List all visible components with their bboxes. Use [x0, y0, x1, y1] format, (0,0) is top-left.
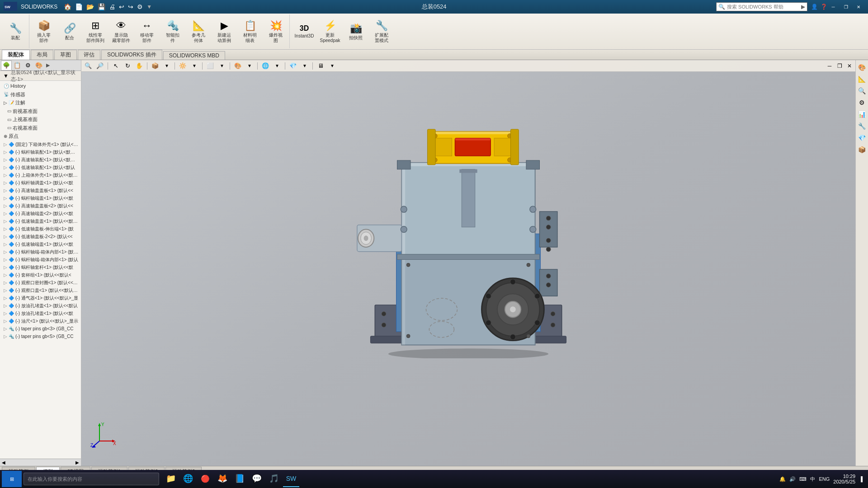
vp-btn-render-drop[interactable]: ▼	[245, 61, 255, 70]
panel-resize-handle[interactable]	[79, 60, 81, 466]
vp-btn-scene[interactable]: 🌐	[260, 61, 270, 70]
vp-btn-view2[interactable]: ▼	[189, 61, 199, 70]
tool-btn-mate[interactable]: 🔗 配合	[57, 15, 82, 48]
start-button[interactable]: ⊞	[2, 471, 22, 487]
panel-tab-more[interactable]: ▶	[44, 62, 52, 68]
tree-item-comp-7[interactable]: ▷ 🔷 (-) 高速轴盖盖板<1> (默认<<	[0, 187, 81, 194]
help-icon[interactable]: ❓	[821, 4, 827, 10]
right-icon-2[interactable]: 📐	[857, 74, 868, 84]
tree-item-comp-4[interactable]: ▷ 🔷 (-) 低速轴装配<1> (默认<默认	[0, 164, 81, 171]
scroll-left[interactable]: ◀	[2, 460, 5, 465]
tree-item-comp-9[interactable]: ▷ 🔷 (-) 高速轴盖盖板<2> (默认<<	[0, 202, 81, 210]
quick-access-redo[interactable]: ↪	[128, 3, 133, 10]
search-input[interactable]	[727, 4, 799, 9]
tab-sw-plugins[interactable]: SOLIDWORKS 插件	[101, 50, 162, 60]
vp-btn-monitor-drop[interactable]: ▼	[327, 61, 337, 70]
quick-access-open[interactable]: 📂	[86, 3, 94, 10]
tree-item-comp-20[interactable]: ▷ 🔷 (-) 观察口盖<1> (默认<<默认>_显	[0, 286, 81, 294]
tree-item-comp-21[interactable]: ▷ 🔷 (-) 通气器<1> (默认<<默认>_显	[0, 294, 81, 302]
right-icon-5[interactable]: 📊	[857, 109, 868, 120]
tab-assembly[interactable]: 装配体	[2, 50, 30, 60]
taskbar-app-onenote[interactable]: 📘	[231, 471, 248, 487]
tool-btn-linear[interactable]: ⊞ 线性零部件阵列	[83, 15, 108, 48]
tab-evaluate[interactable]: 评估	[78, 50, 100, 60]
right-icon-3[interactable]: 🔍	[857, 85, 868, 96]
tool-btn-insert[interactable]: 📦 插入零部件	[31, 15, 57, 48]
quick-access-new[interactable]: 📄	[75, 3, 83, 10]
tool-btn-move[interactable]: ↔ 移动零部件	[134, 15, 160, 48]
tool-btn-config[interactable]: 🔧 扩展配置模式	[369, 15, 394, 48]
taskbar-app-music[interactable]: 🎵	[266, 471, 282, 487]
right-icon-7[interactable]: 💎	[857, 132, 868, 143]
tree-item-comp-5[interactable]: ▷ 🔷 (-) 上箱体外壳<1> (默认<<默认>	[0, 171, 81, 179]
quick-access-save[interactable]: 💾	[98, 3, 105, 10]
taskbar-app-firefox[interactable]: 🦊	[214, 471, 231, 487]
tree-item-comp-23[interactable]: ▷ 🔷 (-) 放油孔堵盖<1> (默认<<默	[0, 310, 81, 317]
tree-item-comp-12[interactable]: ▷ 🔷 (-) 低速轴盖板-伸出端<1> (默	[0, 225, 81, 233]
tree-item-comp-11[interactable]: ▷ 🔷 (-) 低速轴盖盖<1> (默认<<默认<<默认	[0, 217, 81, 225]
quick-access-more[interactable]: ▼	[146, 4, 152, 10]
close-button[interactable]: ✕	[853, 2, 864, 11]
viewport[interactable]: 🔍 🔎 ↖ ↻ ✋ 📦 ▼ 🔆 ▼ ⬜ ▼ 🎨 ▼ 🌐 ▼ 💎 ▼ �	[81, 60, 855, 466]
taskbar-clock[interactable]: 10:29 2020/5/25	[833, 474, 855, 484]
tab-sw-mbd[interactable]: SOLIDWORKS MBD	[163, 51, 225, 60]
quick-access-home[interactable]: 🏠	[64, 3, 71, 10]
taskbar-search[interactable]: 在此输入你要搜索的内容	[24, 473, 159, 485]
vp-btn-zoom[interactable]: 🔎	[95, 61, 105, 70]
tree-item-comp-10[interactable]: ▷ 🔷 (-) 高速轴端盖<2> (默认<<默	[0, 210, 81, 217]
vp-minimize[interactable]: ─	[826, 62, 834, 70]
tree-item-comp-8[interactable]: ▷ 🔷 (-) 蜗杆轴端盖<1> (默认<<默	[0, 194, 81, 202]
taskbar-app-red[interactable]: 🔴	[197, 471, 213, 487]
tree-item-comp-2[interactable]: ▷ 🔷 (-) 蜗杆轴装配<1> (默认<默认<默认	[0, 148, 81, 156]
vp-close[interactable]: ✕	[845, 62, 854, 70]
tree-item-comp-14[interactable]: ▷ 🔷 (-) 低速轴端盖<1> (默认<<默	[0, 240, 81, 248]
vp-btn-display2[interactable]: ▼	[162, 61, 172, 70]
tool-btn-bom[interactable]: 📋 材料明细表	[237, 15, 263, 48]
restore-button[interactable]: ❐	[840, 2, 852, 11]
tree-item-comp-6[interactable]: ▷ 🔷 (-) 蜗杆轴调盖<1> (默认<<默	[0, 179, 81, 187]
tool-btn-speedpak[interactable]: ⚡ 更新Speedpak	[317, 15, 343, 48]
tree-item-right-plane[interactable]: ▭ 右视基准面	[0, 124, 81, 132]
tree-item-comp-22[interactable]: ▷ 🔷 (-) 放油孔堵盖<1> (默认<<默认	[0, 302, 81, 310]
taskbar-app-explorer[interactable]: 📁	[163, 471, 179, 487]
search-submit[interactable]: ▶	[801, 4, 805, 10]
tool-btn-motion[interactable]: ▶ 新建运动算例	[212, 15, 237, 48]
quick-access-print[interactable]: 🖨	[109, 3, 115, 10]
vp-btn-search[interactable]: 🔍	[83, 61, 93, 70]
quick-access-undo[interactable]: ↩	[119, 3, 124, 10]
minimize-button[interactable]: ─	[827, 2, 839, 11]
tool-btn-show-hide[interactable]: 👁 显示隐藏零部件	[108, 15, 134, 48]
tree-item-top-plane[interactable]: ▭ 上视基准面	[0, 115, 81, 124]
vp-btn-monitor[interactable]: 🖥	[316, 61, 326, 70]
vp-btn-realview-drop[interactable]: ▼	[300, 61, 310, 70]
tool-btn-assembly[interactable]: 🔧 装配	[3, 15, 28, 48]
show-desktop[interactable]: ▐	[859, 476, 863, 482]
tree-item-comp-3[interactable]: ▷ 🔷 (-) 高速轴装配<1> (默认<默认<默	[0, 156, 81, 164]
tool-btn-smart[interactable]: 🔩 智能扣件	[160, 15, 185, 48]
vp-btn-display1[interactable]: 📦	[150, 61, 160, 70]
tool-btn-ref[interactable]: 📐 参考几何体	[186, 15, 211, 48]
tree-item-comp-19[interactable]: ▷ 🔷 (-) 观察口密封圈<1> (默认<<默认	[0, 279, 81, 286]
vp-btn-render[interactable]: 🎨	[233, 61, 243, 70]
tree-item-comp-15[interactable]: ▷ 🔷 (-) 蜗杆轴端-箱体内部<1> (默认<	[0, 248, 81, 256]
taskbar-app-chat[interactable]: 💬	[249, 471, 265, 487]
taskbar-app-ie[interactable]: 🌐	[180, 471, 196, 487]
tab-layout[interactable]: 布局	[31, 50, 53, 60]
right-icon-6[interactable]: 🔧	[857, 121, 868, 131]
tree-item-comp-25[interactable]: ▷ 🔩 (-) taper pins gb<3> (GB_CC	[0, 325, 81, 333]
tree-item-sensor[interactable]: 📡 传感器	[0, 90, 81, 99]
tree-item-comp-18[interactable]: ▷ 🔷 (-) 套杯组<1> (默认<<默认<	[0, 271, 81, 279]
tab-sketch[interactable]: 草图	[54, 50, 77, 60]
right-icon-8[interactable]: 📦	[857, 144, 868, 155]
vp-btn-scene-drop[interactable]: ▼	[272, 61, 282, 70]
tree-item-origin[interactable]: ⊕ 原点	[0, 132, 81, 141]
tree-item-front-plane[interactable]: ▭ 前视基准面	[0, 107, 81, 116]
tree-item-annotation[interactable]: ▷ 📝 注解	[0, 99, 81, 107]
tool-btn-instant3d[interactable]: 3D Instant3D	[292, 15, 317, 48]
vp-btn-rotate[interactable]: ↻	[123, 61, 132, 70]
user-icon[interactable]: 👤	[811, 4, 818, 10]
tree-item-comp-1[interactable]: ▷ 🔷 (固定) 下箱体外壳<1> (默认<<默认	[0, 141, 81, 148]
vp-btn-pan[interactable]: ✋	[134, 61, 144, 70]
tree-item-comp-13[interactable]: ▷ 🔷 (-) 低速轴盖板-2<2> (默认<<	[0, 233, 81, 240]
tool-btn-explode[interactable]: 💥 爆炸视图	[263, 15, 288, 48]
